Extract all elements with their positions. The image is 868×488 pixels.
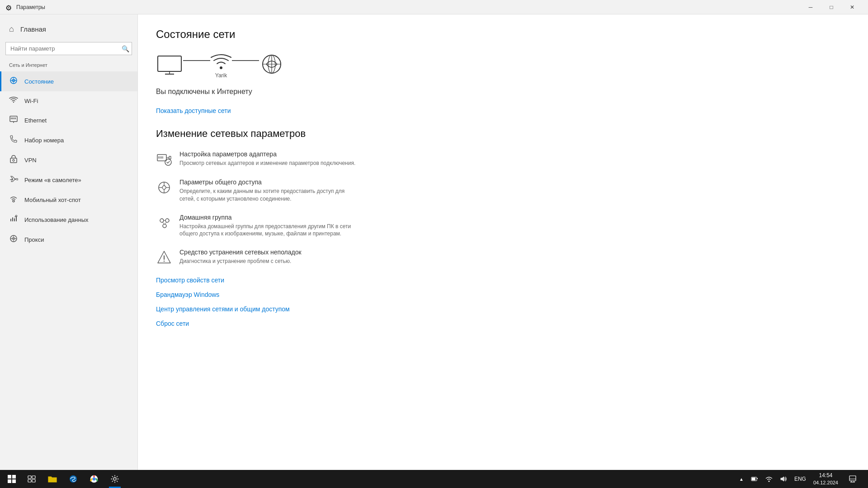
adapter-desc: Просмотр сетевых адаптеров и изменение п… xyxy=(179,160,355,167)
troubleshoot-desc: Диагностика и устранение проблем с сетью… xyxy=(179,258,302,265)
taskbar-battery[interactable] xyxy=(748,470,761,488)
svg-rect-31 xyxy=(169,156,171,159)
sidebar-item-dialup[interactable]: Набор номера xyxy=(0,130,137,150)
computer-icon xyxy=(156,54,183,76)
close-button[interactable]: ✕ xyxy=(842,0,863,14)
adapter-text: Настройка параметров адаптера Просмотр с… xyxy=(179,150,355,167)
adapter-icon xyxy=(156,151,172,168)
svg-point-11 xyxy=(13,200,14,202)
taskbar-notification-chevron[interactable]: ▲ xyxy=(736,470,746,488)
svg-rect-60 xyxy=(752,478,755,480)
netprops-link[interactable]: Просмотр свойств сети xyxy=(156,277,850,284)
volume-icon xyxy=(780,476,787,482)
sidebar-item-ethernet[interactable]: Ethernet xyxy=(0,110,137,130)
netcenter-link[interactable]: Центр управления сетями и общим доступом xyxy=(156,305,850,313)
action-center-icon xyxy=(849,475,856,483)
homegroup-desc: Настройка домашней группы для предоставл… xyxy=(179,223,360,238)
homegroup-icon xyxy=(156,215,172,231)
main-content: Состояние сети Yarik xyxy=(138,14,868,470)
taskbar-language[interactable]: ENG xyxy=(792,470,809,488)
wifi-icon xyxy=(9,96,18,105)
sidebar-item-airplane[interactable]: Режим «в самолете» xyxy=(0,170,137,190)
sharing-settings-item[interactable]: Параметры общего доступа Определите, к к… xyxy=(156,178,850,203)
svg-line-44 xyxy=(165,222,166,224)
netreset-link[interactable]: Сброс сети xyxy=(156,320,850,327)
taskbar: ▲ ENG xyxy=(0,470,868,488)
search-input[interactable] xyxy=(5,42,132,55)
up-chevron-icon: ▲ xyxy=(739,477,744,482)
taskbar-items xyxy=(22,470,736,488)
svg-point-46 xyxy=(164,261,165,262)
taskbar-taskview[interactable] xyxy=(22,470,42,488)
change-settings-title: Изменение сетевых параметров xyxy=(156,128,850,140)
taskbar-wifi-status[interactable] xyxy=(763,470,775,488)
sidebar-item-wifi[interactable]: Wi-Fi xyxy=(0,91,137,110)
svg-rect-51 xyxy=(28,476,31,479)
svg-point-58 xyxy=(113,478,116,480)
svg-line-43 xyxy=(163,222,164,224)
language-label: ENG xyxy=(794,476,806,482)
svg-rect-50 xyxy=(12,479,16,483)
taskbar-chrome[interactable] xyxy=(84,470,104,488)
sidebar-item-hotspot[interactable]: Мобильный хот-спот xyxy=(0,190,137,210)
sidebar-item-proxy[interactable]: Прокси xyxy=(0,230,137,249)
settings-taskbar-icon xyxy=(111,475,119,483)
net-line-2 xyxy=(232,60,259,61)
sidebar-item-ethernet-label: Ethernet xyxy=(24,117,47,124)
svg-rect-9 xyxy=(10,158,17,163)
sidebar-item-hotspot-label: Мобильный хот-спот xyxy=(24,197,81,203)
sidebar-item-wifi-label: Wi-Fi xyxy=(24,98,38,104)
search-button[interactable]: 🔍 xyxy=(122,45,129,52)
homegroup-title: Домашняя группа xyxy=(179,214,360,221)
clock-date: 04.12.2024 xyxy=(813,479,838,486)
svg-point-39 xyxy=(160,219,164,222)
svg-point-32 xyxy=(165,159,171,165)
homegroup-settings-item[interactable]: Домашняя группа Настройка домашней групп… xyxy=(156,214,850,238)
adapter-title: Настройка параметров адаптера xyxy=(179,150,355,158)
sharing-desc: Определите, к каким данным вы хотите пре… xyxy=(179,188,360,203)
troubleshoot-settings-item[interactable]: Средство устранения сетевых неполадок Ди… xyxy=(156,249,850,266)
troubleshoot-title: Средство устранения сетевых неполадок xyxy=(179,249,302,256)
svg-rect-47 xyxy=(8,475,11,479)
sidebar-item-proxy-label: Прокси xyxy=(24,236,44,243)
datausage-icon xyxy=(9,215,18,225)
home-icon: ⌂ xyxy=(9,24,14,34)
taskbar-settings[interactable] xyxy=(105,470,125,488)
minimize-button[interactable]: ─ xyxy=(800,0,821,14)
homegroup-text: Домашняя группа Настройка домашней групп… xyxy=(179,214,360,238)
dialup-icon xyxy=(9,135,18,145)
troubleshoot-icon xyxy=(156,249,172,266)
svg-rect-52 xyxy=(32,476,35,479)
network-name-label: Yarik xyxy=(215,72,227,79)
sidebar-item-datausage[interactable]: Использование данных xyxy=(0,210,137,230)
clock-display: 14:54 04.12.2024 xyxy=(813,472,838,486)
svg-point-41 xyxy=(163,224,166,228)
maximize-button[interactable]: □ xyxy=(821,0,842,14)
sidebar-item-vpn[interactable]: VPN xyxy=(0,150,137,170)
sidebar-home-button[interactable]: ⌂ Главная xyxy=(0,19,137,39)
titlebar: ⚙ Параметры ─ □ ✕ xyxy=(0,0,868,14)
sidebar-item-status[interactable]: Состояние xyxy=(0,71,137,91)
taskbar-clock[interactable]: 14:54 04.12.2024 xyxy=(811,470,841,488)
airplane-icon xyxy=(9,175,18,185)
start-button[interactable] xyxy=(2,470,22,488)
titlebar-title: Параметры xyxy=(16,4,800,10)
taskbar-explorer[interactable] xyxy=(42,470,62,488)
sharing-text: Параметры общего доступа Определите, к к… xyxy=(179,178,360,203)
taskbar-browser2[interactable] xyxy=(63,470,83,488)
net-wifi-node: Yarik xyxy=(210,52,232,79)
svg-point-57 xyxy=(93,478,96,481)
sidebar-item-dialup-label: Набор номера xyxy=(24,137,64,144)
proxy-icon xyxy=(9,235,18,244)
show-networks-link[interactable]: Показать доступные сети xyxy=(156,107,231,114)
firewall-link[interactable]: Брандмауэр Windows xyxy=(156,291,850,298)
chrome-icon xyxy=(90,475,98,483)
taskbar-volume[interactable] xyxy=(777,470,790,488)
settings-titlebar-icon: ⚙ xyxy=(5,4,13,11)
svg-rect-48 xyxy=(12,475,16,479)
explorer-icon xyxy=(48,475,57,483)
adapter-settings-item[interactable]: Настройка параметров адаптера Просмотр с… xyxy=(156,150,850,168)
search-box: 🔍 xyxy=(5,42,132,55)
action-center-button[interactable] xyxy=(843,470,863,488)
edge-icon xyxy=(69,475,77,483)
